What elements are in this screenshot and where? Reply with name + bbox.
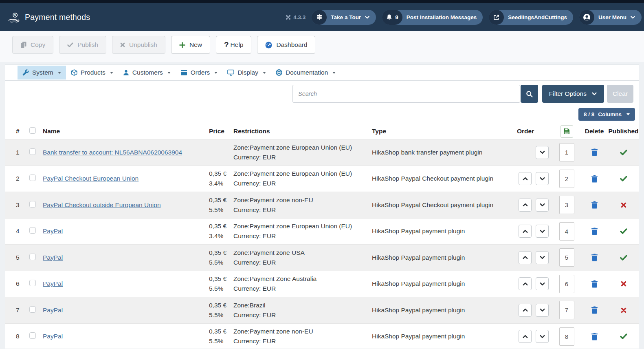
row-checkbox[interactable] [29,332,36,339]
row-checkbox[interactable] [29,306,36,313]
order-down-button[interactable] [536,146,549,159]
menu-item-customers[interactable]: Customers [118,66,176,80]
table-row: 2 PayPal Checkout European Union 0,35 €3… [5,166,639,192]
order-input[interactable] [559,143,574,161]
row-checkbox[interactable] [29,148,36,155]
order-up-button[interactable] [519,172,532,185]
published-icon[interactable] [620,334,627,339]
row-number: 4 [16,228,29,235]
delete-button[interactable] [591,254,598,261]
payment-method-link[interactable]: PayPal [43,228,63,234]
delete-button[interactable] [591,201,598,209]
published-icon[interactable] [620,150,627,155]
payment-method-link[interactable]: Bank transfer to account: NL56ABNA062006… [43,149,182,156]
menu-item-orders[interactable]: Orders [176,66,222,80]
order-down-button[interactable] [536,225,549,238]
payment-type: HikaShop Paypal payment plugin [372,254,514,261]
content-card: System Products Customers Orders Display… [5,64,639,349]
restriction-currency: Currency: EUR [233,179,372,188]
select-all-checkbox[interactable] [29,127,36,134]
unpublished-icon[interactable] [621,281,626,287]
restriction-zone: Zone:Payment zone non-EU [233,195,372,205]
delete-button[interactable] [591,148,598,156]
unpublished-icon[interactable] [621,202,626,208]
columns-dropdown-button[interactable]: 8 / 8 Columns [578,108,635,121]
menu-item-documentation[interactable]: Documentation [271,66,341,80]
search-input[interactable] [292,85,520,103]
order-input[interactable] [559,275,574,293]
order-input[interactable] [559,196,574,214]
order-up-button[interactable] [519,277,532,290]
order-down-button[interactable] [536,172,549,185]
row-number: 7 [16,307,29,314]
restriction-zone: Zone:Payment zone USA [233,248,372,258]
order-input[interactable] [559,170,574,188]
delete-button[interactable] [591,228,598,235]
order-input[interactable] [559,301,574,319]
payment-method-link[interactable]: PayPal [43,280,63,287]
order-down-button[interactable] [536,330,549,343]
order-down-button[interactable] [536,277,549,290]
new-button[interactable]: New [171,36,210,54]
page-title: Payment methods [25,13,90,22]
row-number: 3 [16,201,29,209]
order-down-button[interactable] [536,251,549,264]
order-down-button[interactable] [536,199,549,212]
help-button[interactable]: ? Help [216,36,252,54]
unpublished-icon[interactable] [621,307,626,313]
payment-type: HikaShop Paypal payment plugin [372,280,514,287]
copy-button[interactable]: Copy [12,36,53,54]
menu-item-display[interactable]: Display [222,66,271,80]
order-up-button[interactable] [519,330,532,343]
order-up-button[interactable] [519,199,532,212]
order-down-button[interactable] [536,304,549,317]
order-up-button[interactable] [519,304,532,317]
row-checkbox[interactable] [29,201,36,208]
filter-options-button[interactable]: Filter Options [542,85,604,103]
col-published: Published [608,128,639,135]
order-up-button[interactable] [519,251,532,264]
notification-count-badge: 9 [395,14,398,20]
order-up-button[interactable] [519,225,532,238]
restriction-currency: Currency: EUR [233,310,372,320]
payment-method-link[interactable]: PayPal Checkout outside European Union [43,201,161,208]
order-input[interactable] [559,222,574,241]
published-icon[interactable] [620,255,627,261]
row-checkbox[interactable] [29,174,36,181]
publish-button[interactable]: Publish [59,36,106,54]
payment-type: HikaShop Paypal Checkout payment plugin [372,175,514,182]
caret-down-icon [263,72,266,74]
col-order[interactable]: Order [514,128,553,135]
save-order-button[interactable] [560,125,573,138]
delete-button[interactable] [591,333,598,340]
menu-item-system[interactable]: System [18,66,66,80]
col-name[interactable]: Name [43,128,209,135]
published-icon[interactable] [620,228,627,234]
payment-method-link[interactable]: PayPal [43,333,63,340]
payment-method-link[interactable]: PayPal [43,254,63,261]
payment-method-link[interactable]: PayPal [43,307,63,314]
payment-method-link[interactable]: PayPal Checkout European Union [43,175,138,182]
row-checkbox[interactable] [29,227,36,234]
take-a-tour-button[interactable]: Take a Tour [312,10,376,25]
user-menu-button[interactable]: User Menu [579,10,642,25]
trash-icon [591,333,598,340]
menu-item-products[interactable]: Products [66,66,118,80]
price-percent: 5.5% [209,205,233,215]
post-installation-messages-button[interactable]: 9 Post Installation Messages [382,10,483,25]
unpublish-button[interactable]: Unpublish [112,36,165,54]
published-icon[interactable] [620,176,627,181]
delete-button[interactable] [591,175,598,183]
delete-button[interactable] [591,280,598,288]
col-price: Price [209,128,233,135]
dashboard-button[interactable]: Dashboard [257,36,315,54]
clear-button[interactable]: Clear [607,85,633,103]
gauge-icon [265,42,272,49]
order-input[interactable] [559,248,574,267]
order-input[interactable] [559,327,574,346]
site-link-button[interactable]: SeedlingsAndCuttings [489,10,573,25]
row-checkbox[interactable] [29,254,36,260]
delete-button[interactable] [591,306,598,314]
row-checkbox[interactable] [29,280,36,286]
search-button[interactable] [521,85,538,103]
